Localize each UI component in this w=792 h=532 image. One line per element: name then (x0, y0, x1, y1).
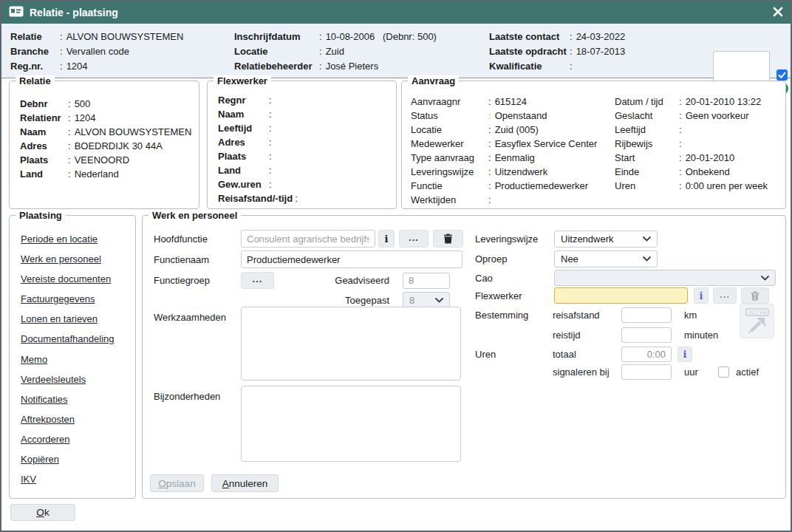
toegepast-select[interactable]: 8 (403, 292, 450, 308)
geadviseerd-input[interactable] (403, 273, 450, 289)
field-value: Zuid (005) (495, 123, 539, 137)
sidebar-item-lonen-en-tarieven[interactable]: Lonen en tarieven (21, 313, 114, 324)
info-row: Leeftijd: (218, 121, 390, 135)
field-value: Productiemedewerker (495, 179, 588, 193)
header-column-1: Relatie:ALVON BOUWSYSTEMEN Branche:Verva… (10, 30, 183, 74)
info-row: Plaats:VEENOORD (20, 153, 193, 167)
plaatsing-nav: Periode en locatie Werk en personeel Ver… (21, 233, 114, 494)
flexwerker-input[interactable] (554, 287, 688, 304)
reisafstand-input[interactable] (621, 307, 672, 323)
flexwerker-info-button[interactable]: i (694, 287, 709, 304)
field-label: Adres (20, 139, 66, 153)
field-label: reisafstand (553, 310, 621, 321)
hoofdfunctie-delete-button[interactable] (433, 230, 463, 248)
info-row: Leveringswijze:Uitzendwerk (411, 165, 610, 179)
hoofdfunctie-browse-button[interactable]: ... (399, 230, 429, 248)
sidebar-item-memo[interactable]: Memo (21, 354, 114, 365)
flexwerker-browse-button[interactable]: ... (713, 287, 737, 304)
uren-totaal-input[interactable] (621, 347, 672, 362)
field-label: Hoofdfunctie (154, 233, 241, 245)
actief-checkbox[interactable] (718, 366, 729, 378)
info-row: Adres:BOEDRDIJK 30 44A (20, 139, 193, 153)
field-label: Aanvraagnr (411, 95, 486, 109)
relatie-groupbox: Relatie Debnr:500 Relatienr:1204 Naam:AL… (9, 81, 199, 209)
field-label: Medewerker (411, 137, 486, 151)
leveringswijze-select[interactable]: Uitzendwerk (554, 231, 658, 248)
title-bar: Relatie - plaatsing (1, 1, 791, 24)
field-value: Uitzendwerk (495, 165, 548, 179)
sidebar-item-vereiste-documenten[interactable]: Vereiste documenten (21, 273, 114, 284)
field-value: 500 (75, 97, 91, 111)
sidebar-item-notificaties[interactable]: Notificaties (21, 394, 114, 405)
annuleren-button[interactable]: Annuleren (211, 474, 279, 492)
oproep-select[interactable]: Nee (554, 250, 658, 267)
sidebar-item-kopieren[interactable]: Kopiëren (21, 454, 114, 465)
sidebar-item-werk-en-personeel[interactable]: Werk en personeel (21, 253, 114, 265)
unit-label: uur (684, 366, 706, 378)
info-row: Locatie:Zuid (005) (411, 123, 610, 137)
field-label: Locatie (234, 44, 317, 59)
hoofdfunctie-info-button[interactable]: i (378, 230, 395, 248)
functienaam-input[interactable] (241, 250, 462, 268)
info-row: Debnr:500 (20, 97, 193, 111)
chevron-down-icon (643, 256, 651, 262)
sidebar-item-ikv[interactable]: IKV (21, 474, 114, 485)
info-row: Leeftijd: (615, 123, 783, 137)
ellipsis-icon: ... (253, 274, 263, 287)
field-label: Uren (475, 349, 553, 360)
flexwerker-delete-button[interactable] (741, 287, 769, 304)
field-value: Onbekend (686, 165, 730, 179)
info-icon: i (700, 291, 703, 301)
info-row: Regnr: (218, 93, 390, 107)
route-map-icon: 4117 AA (742, 307, 772, 336)
field-label: Datum / tijd (615, 95, 677, 109)
opslaan-button[interactable]: Opslaan (150, 474, 204, 492)
aanvraag-groupbox: Aanvraag Aanvraagnr:615124 Status:Openst… (401, 81, 786, 209)
field-label: Functie (411, 179, 486, 193)
sidebar-item-accorderen[interactable]: Accorderen (21, 434, 114, 445)
ok-button[interactable]: Ok (10, 504, 75, 521)
field-label: Relatie (10, 30, 58, 44)
field-label: Bijzonderheden (154, 391, 241, 402)
field-label: totaal (553, 349, 621, 360)
cao-select[interactable] (554, 270, 776, 286)
sidebar-item-documentafhandeling[interactable]: Documentafhandeling (21, 333, 114, 344)
sidebar-item-aftrekposten[interactable]: Aftrekposten (21, 414, 114, 425)
reistijd-input[interactable] (621, 327, 672, 343)
field-value: Eenmalig (495, 151, 535, 165)
field-label: Land (218, 163, 267, 177)
hoofdfunctie-input[interactable] (241, 230, 375, 248)
field-label: Cao (475, 273, 554, 284)
info-row: Land: (218, 163, 390, 177)
relation-header: Relatie:ALVON BOUWSYSTEMEN Branche:Verva… (1, 24, 791, 78)
field-value: ALVON BOUWSYSTEMEN (75, 125, 192, 139)
groupbox-title: Werk en personeel (148, 210, 241, 221)
info-row: Geslacht:Geen voorkeur (615, 109, 783, 123)
sidebar-item-verdeelsleutels[interactable]: Verdeelsleutels (21, 374, 114, 385)
contact-card-icon (9, 6, 24, 19)
field-label: Branche (10, 44, 58, 59)
field-label: Plaats (20, 153, 66, 167)
bijzonderheden-textarea[interactable] (241, 386, 461, 462)
sidebar-item-periode-en-locatie[interactable]: Periode en locatie (21, 233, 114, 245)
ellipsis-icon: ... (409, 233, 419, 245)
sidebar-item-factuurgegevens[interactable]: Factuurgegevens (21, 293, 114, 304)
functiegroep-browse-button[interactable]: ... (241, 272, 274, 289)
close-icon[interactable] (773, 7, 783, 19)
info-icon: i (683, 349, 687, 359)
route-planner-button[interactable]: 4117 AA (740, 304, 774, 338)
field-label: Bestemming (475, 310, 553, 321)
field-value: 24-03-2022 (576, 30, 626, 44)
info-row: Aanvraagnr:615124 (411, 95, 610, 109)
info-row: Type aanvraag:Eenmalig (411, 151, 610, 165)
uren-info-button[interactable]: i (677, 347, 692, 362)
field-label: Start (615, 151, 677, 165)
flexwerker-groupbox: Flexwerker Regnr: Naam: Leeftijd: Adres:… (207, 81, 397, 209)
field-value: BOEDRDIJK 30 44A (75, 139, 163, 153)
field-label: Debnr (20, 97, 66, 111)
werkzaamheden-textarea[interactable] (241, 307, 461, 381)
info-row: Branche:Vervallen code (10, 44, 183, 59)
field-label: Werktijden (411, 193, 486, 207)
signaleren-bij-input[interactable] (621, 364, 672, 380)
info-row: Laatste opdracht:18-07-2013 (489, 44, 625, 59)
